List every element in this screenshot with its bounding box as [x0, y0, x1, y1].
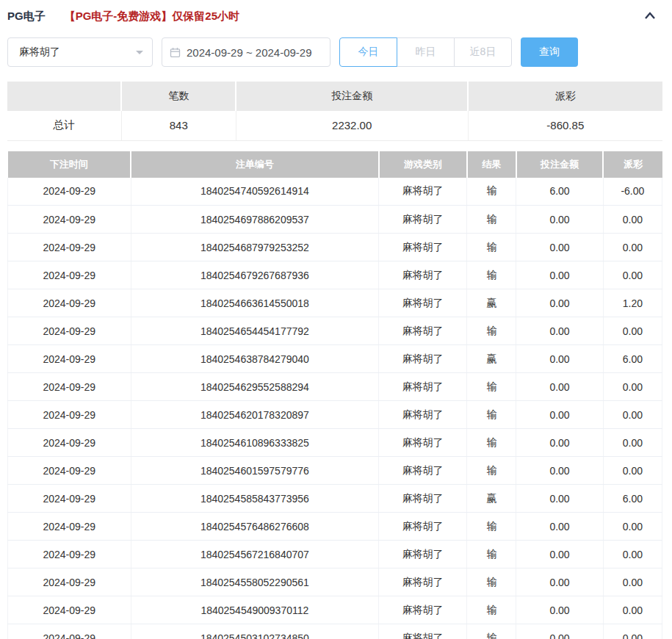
table-row: 2024-09-29 1840254687979253252 麻将胡了 输 0.…	[8, 234, 662, 261]
cell-bet-amount: 0.00	[516, 624, 604, 639]
cell-result: 赢	[467, 345, 516, 373]
cell-bet-time: 2024-09-29	[8, 345, 131, 373]
cell-bet-amount: 0.00	[516, 345, 604, 373]
last-8-days-button[interactable]: 近8日	[454, 37, 512, 67]
table-row: 2024-09-29 1840254549009370112 麻将胡了 输 0.…	[8, 596, 662, 624]
cell-payout: 6.00	[603, 345, 662, 373]
table-row: 2024-09-29 1840254697886209537 麻将胡了 输 0.…	[8, 206, 662, 234]
cell-bet-amount: 0.00	[516, 401, 604, 429]
cell-order-id: 1840254576486276608	[131, 513, 379, 541]
cell-payout: 0.00	[603, 401, 662, 429]
notice-text: 【PG电子-免费游戏】仅保留25小时	[65, 10, 239, 24]
records-body: 2024-09-29 1840254740592614914 麻将胡了 输 6.…	[8, 178, 662, 639]
cell-order-id: 1840254549009370112	[131, 596, 379, 624]
cell-payout: 0.00	[603, 624, 662, 639]
cell-order-id: 1840254687979253252	[131, 234, 379, 261]
cell-bet-time: 2024-09-29	[8, 373, 131, 401]
cell-game-type: 麻将胡了	[379, 541, 467, 568]
table-row: 2024-09-29 1840254601597579776 麻将胡了 输 0.…	[8, 457, 662, 485]
bet-records-table: 下注时间注单编号游戏类别结果投注金额派彩 2024-09-29 18402547…	[7, 151, 662, 639]
table-row: 2024-09-29 1840254663614550018 麻将胡了 赢 0.…	[8, 289, 662, 317]
table-row: 2024-09-29 1840254503102734850 麻将胡了 输 0.…	[8, 624, 662, 639]
records-header-row: 下注时间注单编号游戏类别结果投注金额派彩	[8, 151, 662, 178]
cell-result: 输	[467, 596, 516, 624]
summary-column-header: 派彩	[468, 82, 662, 111]
cell-game-type: 麻将胡了	[379, 485, 467, 513]
cell-bet-time: 2024-09-29	[8, 261, 131, 289]
cell-result: 赢	[467, 289, 516, 317]
cell-game-type: 麻将胡了	[379, 457, 467, 485]
records-column-header: 结果	[467, 151, 516, 178]
table-row: 2024-09-29 1840254585843773956 麻将胡了 赢 0.…	[8, 485, 662, 513]
cell-order-id: 1840254663614550018	[131, 289, 379, 317]
cell-payout: 0.00	[603, 457, 662, 485]
summary-payout: -860.85	[468, 111, 662, 140]
cell-result: 输	[467, 317, 516, 345]
cell-payout: 0.00	[603, 317, 662, 345]
cell-result: 输	[467, 206, 516, 234]
records-column-header: 下注时间	[8, 151, 131, 178]
today-button[interactable]: 今日	[339, 37, 397, 67]
summary-column-header: 投注金额	[236, 82, 468, 111]
cell-order-id: 1840254567216840707	[131, 541, 379, 568]
cell-order-id: 1840254558052290561	[131, 568, 379, 596]
cell-result: 输	[467, 513, 516, 541]
cell-result: 输	[467, 261, 516, 289]
page: PG电子 【PG电子-免费游戏】仅保留25小时 麻将胡了 2024-09-29 …	[0, 0, 672, 639]
cell-bet-time: 2024-09-29	[8, 568, 131, 596]
cell-bet-time: 2024-09-29	[8, 289, 131, 317]
cell-bet-time: 2024-09-29	[8, 429, 131, 457]
cell-result: 输	[467, 541, 516, 568]
page-title: PG电子	[7, 10, 46, 24]
yesterday-button[interactable]: 昨日	[397, 37, 455, 67]
summary-total-label: 总计	[7, 111, 121, 140]
table-row: 2024-09-29 1840254740592614914 麻将胡了 输 6.…	[8, 178, 662, 206]
cell-result: 输	[467, 234, 516, 261]
cell-game-type: 麻将胡了	[379, 513, 467, 541]
table-row: 2024-09-29 1840254567216840707 麻将胡了 输 0.…	[8, 541, 662, 568]
query-button[interactable]: 查询	[521, 37, 578, 67]
cell-payout: 0.00	[603, 429, 662, 457]
cell-result: 输	[467, 568, 516, 596]
cell-payout: 0.00	[603, 568, 662, 596]
filter-bar: 麻将胡了 2024-09-29 ~ 2024-09-29 今日昨日近8日 查询	[7, 37, 662, 67]
quick-date-button-group: 今日昨日近8日	[339, 37, 512, 67]
game-select[interactable]: 麻将胡了	[7, 37, 153, 67]
cell-result: 输	[467, 401, 516, 429]
summary-count: 843	[121, 111, 236, 140]
cell-game-type: 麻将胡了	[379, 317, 467, 345]
cell-bet-amount: 0.00	[516, 485, 604, 513]
table-row: 2024-09-29 1840254620178320897 麻将胡了 输 0.…	[8, 401, 662, 429]
cell-game-type: 麻将胡了	[379, 568, 467, 596]
records-column-header: 注单编号	[131, 151, 379, 178]
date-range-value: 2024-09-29 ~ 2024-09-29	[187, 46, 312, 59]
cell-bet-amount: 0.00	[516, 373, 604, 401]
game-select-value: 麻将胡了	[19, 46, 60, 59]
chevron-up-icon	[643, 11, 657, 21]
cell-result: 输	[467, 429, 516, 457]
cell-bet-time: 2024-09-29	[8, 541, 131, 568]
cell-bet-time: 2024-09-29	[8, 513, 131, 541]
cell-bet-time: 2024-09-29	[8, 485, 131, 513]
cell-payout: 0.00	[603, 234, 662, 261]
table-row: 2024-09-29 1840254654454177792 麻将胡了 输 0.…	[8, 317, 662, 345]
table-row: 2024-09-29 1840254679267687936 麻将胡了 输 0.…	[8, 261, 662, 289]
table-row: 2024-09-29 1840254558052290561 麻将胡了 输 0.…	[8, 568, 662, 596]
cell-payout: 6.00	[603, 485, 662, 513]
cell-payout: 0.00	[603, 596, 662, 624]
cell-order-id: 1840254503102734850	[131, 624, 379, 639]
cell-game-type: 麻将胡了	[379, 178, 467, 206]
collapse-button[interactable]	[643, 11, 662, 21]
cell-result: 输	[467, 624, 516, 639]
cell-order-id: 1840254610896333825	[131, 429, 379, 457]
cell-payout: 0.00	[603, 541, 662, 568]
cell-order-id: 1840254620178320897	[131, 401, 379, 429]
cell-order-id: 1840254654454177792	[131, 317, 379, 345]
cell-bet-time: 2024-09-29	[8, 596, 131, 624]
cell-bet-time: 2024-09-29	[8, 457, 131, 485]
cell-order-id: 1840254601597579776	[131, 457, 379, 485]
records-column-header: 游戏类别	[379, 151, 467, 178]
cell-order-id: 1840254629552588294	[131, 373, 379, 401]
cell-bet-amount: 0.00	[516, 261, 604, 289]
date-range-input[interactable]: 2024-09-29 ~ 2024-09-29	[162, 37, 330, 67]
